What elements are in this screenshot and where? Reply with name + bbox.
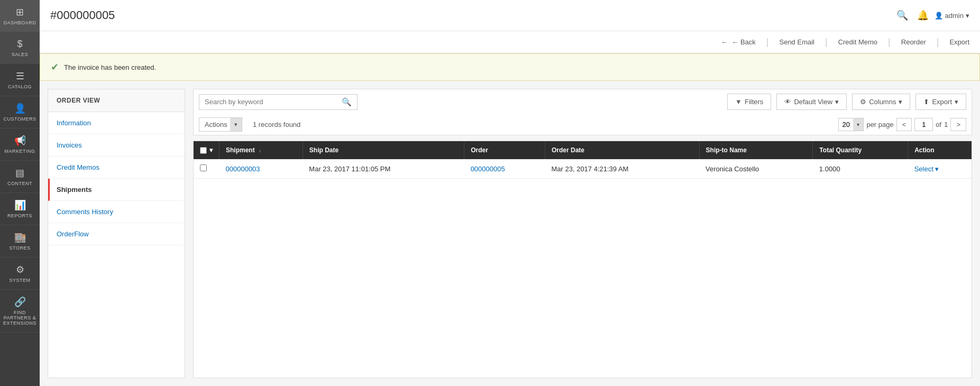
notice-text: The invoice has been created.	[64, 63, 156, 71]
export-toolbar-button[interactable]: ⬆ Export ▾	[915, 94, 966, 110]
credit-memo-button[interactable]: Credit Memo	[838, 38, 877, 46]
sidebar-item-dashboard[interactable]: ⊞ DASHBOARD	[0, 0, 40, 32]
sidebar-item-stores[interactable]: 🏬 STORES	[0, 225, 40, 258]
eye-icon: 👁	[784, 98, 791, 106]
page-header: #000000005 🔍 🔔 👤 admin ▾	[40, 0, 980, 31]
nav-item-information[interactable]: Information	[48, 112, 185, 134]
sidebar-item-customers[interactable]: 👤 CUSTOMERS	[0, 96, 40, 128]
total-pages: 1	[944, 121, 948, 128]
marketing-icon: 📢	[14, 135, 26, 146]
sidebar-item-system[interactable]: ⚙ SYSTEM	[0, 258, 40, 290]
row-select-button[interactable]: Select ▾	[914, 165, 939, 173]
reorder-button[interactable]: Reorder	[901, 38, 926, 46]
nav-item-credit-memos[interactable]: Credit Memos	[48, 157, 185, 179]
th-shipment: Shipment ↓	[219, 141, 303, 159]
current-page-input[interactable]	[914, 118, 933, 131]
columns-label: Columns	[869, 98, 896, 106]
user-icon: 👤	[935, 12, 943, 20]
reorder-label: Reorder	[901, 38, 926, 46]
send-email-label: Send Email	[779, 38, 814, 46]
columns-dropdown-icon: ▾	[899, 98, 902, 106]
sidebar-item-label: SALES	[12, 52, 29, 57]
back-button[interactable]: ← ← Back	[721, 38, 756, 46]
main-content: #000000005 🔍 🔔 👤 admin ▾ ← ← Back | Send…	[40, 0, 980, 386]
th-checkbox: ▾	[194, 141, 219, 159]
row-order-date: Mar 23, 2017 4:21:39 AM	[545, 159, 699, 179]
sidebar: ⊞ DASHBOARD $ SALES ☰ CATALOG 👤 CUSTOMER…	[0, 0, 40, 386]
th-total-quantity: Total Quantity	[813, 141, 908, 159]
sidebar-item-label: CUSTOMERS	[4, 116, 36, 122]
credit-memo-label: Credit Memo	[838, 38, 877, 46]
prev-page-button[interactable]: <	[896, 118, 912, 131]
send-email-button[interactable]: Send Email	[779, 38, 814, 46]
shipments-panel: 🔍 ▼ Filters 👁 Default View ▾ ⚙ Columns ▾	[193, 89, 972, 378]
default-view-button[interactable]: 👁 Default View ▾	[776, 94, 847, 110]
per-page-select[interactable]: 20 ▾	[838, 118, 864, 131]
columns-button[interactable]: ⚙ Columns ▾	[852, 94, 910, 110]
sidebar-item-marketing[interactable]: 📢 MARKETING	[0, 128, 40, 161]
shipments-table: ▾ Shipment ↓ Ship Date Order	[194, 141, 972, 179]
sidebar-item-catalog[interactable]: ☰ CATALOG	[0, 64, 40, 96]
row-checkbox-cell	[194, 159, 219, 179]
per-page-wrap: 20 ▾ per page	[838, 118, 893, 131]
checkmark-icon: ✔	[51, 61, 59, 73]
sort-icon[interactable]: ↓	[259, 148, 261, 153]
row-ship-date: Mar 23, 2017 11:01:05 PM	[303, 159, 464, 179]
row-select-arrow: ▾	[935, 165, 939, 173]
stores-icon: 🏬	[14, 232, 26, 243]
catalog-icon: ☰	[16, 70, 24, 82]
admin-menu-button[interactable]: 👤 admin ▾	[935, 12, 969, 20]
filter-icon: ▼	[735, 98, 742, 106]
view-dropdown-icon: ▾	[835, 98, 839, 106]
nav-item-shipments[interactable]: Shipments	[48, 179, 185, 201]
nav-item-orderflow[interactable]: OrderFlow	[48, 223, 185, 245]
sidebar-item-content[interactable]: ▤ CONTENT	[0, 161, 40, 193]
notifications-button[interactable]: 🔔	[914, 6, 932, 24]
row-shipment[interactable]: 000000003	[219, 159, 303, 179]
row-order[interactable]: 000000005	[464, 159, 545, 179]
search-box: 🔍	[199, 94, 358, 110]
actions-dropdown-arrow[interactable]: ▾	[230, 118, 242, 131]
actions-dropdown[interactable]: Actions ▾	[199, 117, 242, 132]
sidebar-item-label: CONTENT	[7, 181, 32, 186]
records-count: 1 records found	[253, 121, 300, 128]
export-label: Export	[949, 38, 969, 46]
of-label: of	[936, 121, 941, 128]
row-select-label: Select	[914, 165, 933, 173]
gear-icon: ⚙	[860, 98, 866, 106]
nav-item-invoices[interactable]: Invoices	[48, 134, 185, 157]
sidebar-item-extensions[interactable]: 🔗 FIND PARTNERS & EXTENSIONS	[0, 290, 40, 333]
admin-label: admin	[945, 12, 964, 20]
extensions-icon: 🔗	[14, 296, 26, 308]
sidebar-item-sales[interactable]: $ SALES	[0, 32, 40, 64]
actions-select[interactable]: Actions	[199, 118, 230, 131]
dashboard-icon: ⊞	[16, 6, 24, 18]
table-header-row: ▾ Shipment ↓ Ship Date Order	[194, 141, 972, 159]
per-page-arrow[interactable]: ▾	[853, 118, 863, 131]
export-button[interactable]: Export	[949, 38, 969, 46]
th-checkbox-arrow[interactable]: ▾	[209, 146, 213, 154]
next-page-button[interactable]: >	[950, 118, 966, 131]
th-ship-to-name: Ship-to Name	[699, 141, 813, 159]
sidebar-item-reports[interactable]: 📊 REPORTS	[0, 193, 40, 225]
search-input[interactable]	[205, 98, 339, 106]
search-icon: 🔍	[342, 97, 352, 107]
back-arrow-icon: ←	[721, 38, 728, 46]
sidebar-item-label: SYSTEM	[9, 278, 30, 283]
filters-label: Filters	[745, 98, 763, 106]
sidebar-item-label: CATALOG	[8, 84, 32, 89]
th-action: Action	[908, 141, 972, 159]
nav-item-comments-history[interactable]: Comments History	[48, 201, 185, 223]
default-view-label: Default View	[794, 98, 832, 106]
per-page-input[interactable]: 20	[839, 118, 853, 131]
select-all-checkbox[interactable]	[200, 147, 207, 154]
filters-button[interactable]: ▼ Filters	[727, 94, 771, 110]
actions-toolbar: Actions ▾ 1 records found 20 ▾ per page	[193, 114, 972, 135]
order-view-panel: ORDER VIEW Information Invoices Credit M…	[48, 89, 185, 378]
search-button[interactable]: 🔍	[893, 6, 911, 24]
row-ship-to-name: Veronica Costello	[699, 159, 813, 179]
shipments-table-wrap: ▾ Shipment ↓ Ship Date Order	[193, 141, 972, 378]
row-checkbox[interactable]	[200, 164, 207, 171]
content-area: ORDER VIEW Information Invoices Credit M…	[40, 81, 980, 386]
separator-3: |	[888, 36, 891, 48]
